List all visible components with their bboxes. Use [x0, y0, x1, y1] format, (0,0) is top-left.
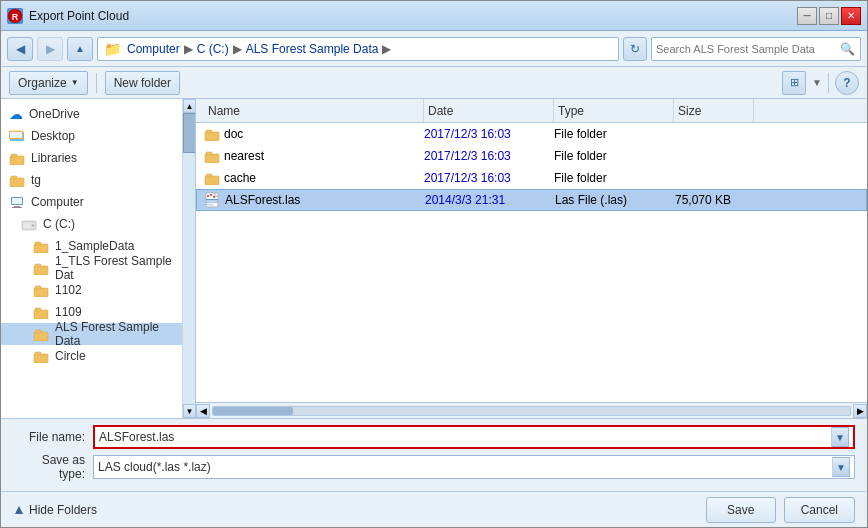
search-icon[interactable]: 🔍 — [838, 40, 856, 58]
folder-circle-icon — [33, 350, 49, 363]
hscroll-left-btn[interactable]: ◀ — [196, 404, 210, 418]
address-bar: ◀ ▶ ▲ 📁 Computer ▶ C (C:) ▶ ALS Forest S… — [1, 31, 867, 67]
new-folder-button[interactable]: New folder — [105, 71, 180, 95]
file-cell-date-cache: 2017/12/3 16:03 — [424, 171, 554, 185]
sidebar-label-1102: 1102 — [55, 283, 82, 297]
svg-rect-19 — [35, 264, 41, 267]
app-icon: R — [7, 8, 23, 24]
breadcrumb-als[interactable]: ALS Forest Sample Data — [246, 42, 379, 56]
sidebar-label-tls-forest: 1_TLS Forest Sample Dat — [55, 254, 174, 282]
sidebar-scroll-track[interactable] — [183, 113, 196, 404]
export-point-cloud-window: R Export Point Cloud ─ □ ✕ ◀ ▶ ▲ 📁 Compu… — [0, 0, 868, 528]
search-input[interactable] — [656, 43, 838, 55]
sidebar-scroll-up[interactable]: ▲ — [183, 99, 197, 113]
close-button[interactable]: ✕ — [841, 7, 861, 25]
filename-row: File name: ▼ — [13, 425, 855, 449]
svg-rect-32 — [205, 176, 219, 185]
breadcrumb-computer[interactable]: Computer — [127, 42, 180, 56]
sidebar-item-desktop[interactable]: Desktop — [1, 125, 182, 147]
folder-cache-icon — [204, 172, 220, 185]
organize-dropdown-icon: ▼ — [71, 78, 79, 87]
svg-rect-20 — [34, 288, 48, 297]
svg-rect-24 — [34, 332, 48, 341]
sidebar-item-cdrive[interactable]: C (C:) — [1, 213, 182, 235]
folder-nearest-icon — [204, 150, 220, 163]
folder-als-icon — [33, 328, 49, 341]
file-cell-date-nearest: 2017/12/3 16:03 — [424, 149, 554, 163]
folder-1102-icon — [33, 284, 49, 297]
minimize-button[interactable]: ─ — [797, 7, 817, 25]
hide-folders-button[interactable]: Hide Folders — [13, 503, 97, 517]
svg-point-41 — [213, 196, 215, 198]
column-header-size[interactable]: Size — [674, 99, 754, 122]
sidebar-item-computer[interactable]: Computer — [1, 191, 182, 213]
sidebar-scroll-thumb[interactable] — [183, 113, 196, 153]
svg-rect-18 — [34, 266, 48, 275]
forward-button[interactable]: ▶ — [37, 37, 63, 61]
sidebar-item-circle[interactable]: Circle — [1, 345, 182, 367]
drive-icon — [21, 218, 37, 231]
tg-folder-icon — [9, 174, 25, 187]
savetype-dropdown-btn[interactable]: ▼ — [832, 457, 850, 477]
sidebar-wrapper: ☁ OneDrive Desktop — [1, 99, 196, 418]
hscroll-right-btn[interactable]: ▶ — [853, 404, 867, 418]
svg-rect-10 — [12, 198, 22, 204]
svg-point-40 — [210, 194, 212, 196]
svg-rect-23 — [35, 308, 41, 311]
sidebar-item-tg[interactable]: tg — [1, 169, 182, 191]
window-title: Export Point Cloud — [29, 9, 129, 23]
filename-input-container: ▼ — [93, 425, 855, 449]
back-button[interactable]: ◀ — [7, 37, 33, 61]
sidebar-item-tls-forest[interactable]: 1_TLS Forest Sample Dat — [1, 257, 182, 279]
svg-rect-17 — [35, 242, 41, 245]
svg-rect-30 — [205, 154, 219, 163]
hscroll-track[interactable] — [212, 406, 851, 416]
svg-rect-12 — [12, 207, 22, 208]
column-header-name[interactable]: Name — [204, 99, 424, 122]
hscroll-thumb[interactable] — [213, 407, 293, 415]
filename-dropdown-btn[interactable]: ▼ — [831, 427, 849, 447]
file-cell-name-cache: cache — [204, 171, 424, 185]
file-cell-size-alsforest: 75,070 KB — [675, 193, 755, 207]
organize-button[interactable]: Organize ▼ — [9, 71, 88, 95]
sidebar-scrollbar: ▲ ▼ — [182, 99, 196, 418]
sidebar-label-computer: Computer — [31, 195, 84, 209]
svg-rect-16 — [34, 244, 48, 253]
file-row-cache[interactable]: cache 2017/12/3 16:03 File folder — [196, 167, 867, 189]
breadcrumb-cdrive[interactable]: C (C:) — [197, 42, 229, 56]
cancel-button[interactable]: Cancel — [784, 497, 855, 523]
maximize-button[interactable]: □ — [819, 7, 839, 25]
sidebar-item-als-forest[interactable]: ALS Forest Sample Data — [1, 323, 182, 345]
view-dropdown-icon[interactable]: ▼ — [812, 77, 822, 88]
svg-rect-7 — [10, 178, 24, 187]
up-button[interactable]: ▲ — [67, 37, 93, 61]
help-button[interactable]: ? — [835, 71, 859, 95]
sidebar-item-libraries[interactable]: Libraries — [1, 147, 182, 169]
hide-folders-icon — [13, 504, 25, 516]
svg-text:R: R — [12, 12, 19, 22]
title-bar-left: R Export Point Cloud — [7, 8, 129, 24]
refresh-button[interactable]: ↻ — [623, 37, 647, 61]
cloud-icon: ☁ — [9, 106, 23, 122]
sidebar-label-circle: Circle — [55, 349, 86, 363]
column-header-date[interactable]: Date — [424, 99, 554, 122]
sidebar-label-1109: 1109 — [55, 305, 82, 319]
breadcrumb: 📁 Computer ▶ C (C:) ▶ ALS Forest Sample … — [97, 37, 619, 61]
folder-doc-icon — [204, 128, 220, 141]
sidebar: ☁ OneDrive Desktop — [1, 99, 182, 418]
save-button[interactable]: Save — [706, 497, 776, 523]
file-row-doc[interactable]: doc 2017/12/3 16:03 File folder — [196, 123, 867, 145]
svg-point-15 — [32, 224, 35, 227]
sidebar-label-als-forest: ALS Forest Sample Data — [55, 320, 174, 348]
file-row-alsforest[interactable]: ALSForest.las 2014/3/3 21:31 Las File (.… — [196, 189, 867, 211]
file-row-nearest[interactable]: nearest 2017/12/3 16:03 File folder — [196, 145, 867, 167]
libraries-icon — [9, 152, 25, 165]
sidebar-item-1102[interactable]: 1102 — [1, 279, 182, 301]
sidebar-item-onedrive[interactable]: ☁ OneDrive — [1, 103, 182, 125]
title-bar: R Export Point Cloud ─ □ ✕ — [1, 1, 867, 31]
svg-rect-31 — [206, 152, 212, 155]
sidebar-scroll-down[interactable]: ▼ — [183, 404, 197, 418]
filename-input[interactable] — [99, 430, 831, 444]
view-options-button[interactable]: ⊞ — [782, 71, 806, 95]
column-header-type[interactable]: Type — [554, 99, 674, 122]
